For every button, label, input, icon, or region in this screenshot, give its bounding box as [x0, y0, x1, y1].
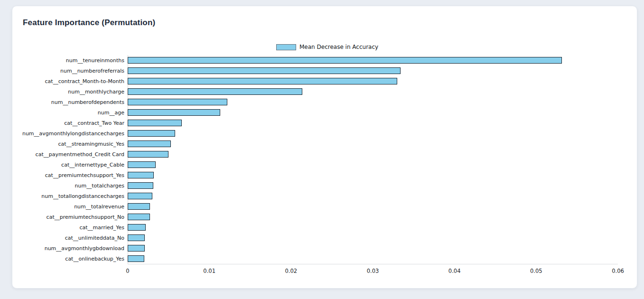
legend: Mean Decrease in Accuracy — [276, 44, 378, 50]
importance-bar — [128, 255, 144, 262]
bar-row: num__age — [12, 107, 622, 118]
bar-zone — [128, 139, 617, 149]
bar-zone — [128, 191, 617, 201]
y-tick-label: num__numberofreferrals — [12, 68, 128, 74]
bar-row: cat__streamingmusic_Yes — [12, 139, 622, 149]
y-tick-label: cat__contract_Month-to-Month — [12, 78, 128, 84]
importance-bar — [128, 67, 401, 74]
y-tick-label: cat__streamingmusic_Yes — [12, 141, 128, 147]
importance-bar — [128, 120, 182, 126]
importance-bar — [128, 78, 397, 84]
bar-zone — [128, 222, 617, 233]
bar-row: cat__unlimiteddata_No — [12, 233, 622, 243]
importance-bar — [128, 88, 302, 95]
x-tick-label: 0.04 — [448, 268, 461, 274]
bar-row: cat__internettype_Cable — [12, 159, 622, 170]
y-tick-label: cat__contract_Two Year — [12, 120, 128, 126]
bar-row: num__avgmonthlylongdistancecharges — [12, 128, 622, 139]
y-tick-label: cat__premiumtechsupport_Yes — [12, 172, 128, 178]
y-tick-label: cat__premiumtechsupport_No — [12, 214, 128, 220]
y-tick-label: cat__unlimiteddata_No — [12, 235, 128, 241]
y-tick-label: num__totalcharges — [12, 183, 128, 189]
y-tick-label: cat__married_Yes — [12, 224, 128, 231]
bar-row: num__numberofreferrals — [12, 65, 622, 76]
bar-zone — [128, 212, 617, 222]
y-tick-label: num__totallongdistancecharges — [12, 193, 128, 199]
bar-zone — [128, 243, 617, 253]
bar-row: cat__premiumtechsupport_Yes — [12, 170, 622, 180]
x-tick-label: 0.02 — [285, 268, 298, 274]
x-axis-line — [128, 264, 618, 264]
importance-bar — [128, 57, 562, 64]
bar-row: num__tenureinmonths — [12, 55, 622, 65]
bar-zone — [128, 97, 617, 107]
plot-rows: num__tenureinmonthsnum__numberofreferral… — [12, 55, 622, 264]
bar-zone — [128, 55, 617, 65]
bar-zone — [128, 149, 617, 159]
bar-zone — [128, 107, 617, 118]
importance-bar — [128, 203, 150, 210]
bar-zone — [128, 86, 617, 97]
bar-zone — [128, 128, 617, 139]
y-tick-label: cat__paymentmethod_Credit Card — [12, 151, 128, 158]
y-tick-label: num__tenureinmonths — [12, 57, 128, 64]
bar-zone — [128, 253, 617, 264]
importance-bar — [128, 151, 168, 158]
y-tick-label: num__age — [12, 110, 128, 116]
bar-row: cat__onlinebackup_Yes — [12, 253, 622, 264]
bar-zone — [128, 76, 617, 86]
y-tick-label: cat__internettype_Cable — [12, 162, 128, 168]
bar-zone — [128, 233, 617, 243]
importance-bar — [128, 182, 153, 189]
bar-row: num__avgmonthlygbdownload — [12, 243, 622, 253]
legend-label: Mean Decrease in Accuracy — [299, 44, 378, 50]
bar-row: cat__premiumtechsupport_No — [12, 212, 622, 222]
bar-row: cat__married_Yes — [12, 222, 622, 233]
importance-bar — [128, 234, 145, 241]
chart-title: Feature Importance (Permutation) — [23, 18, 155, 28]
importance-bar — [128, 224, 146, 231]
importance-bar — [128, 99, 227, 105]
x-tick-label: 0 — [126, 268, 129, 274]
legend-swatch — [276, 44, 296, 50]
bar-row: num__totalrevenue — [12, 201, 622, 212]
x-tick-label: 0.01 — [203, 268, 215, 274]
bar-row: num__totallongdistancecharges — [12, 191, 622, 201]
importance-bar — [128, 109, 220, 116]
bar-zone — [128, 65, 617, 76]
y-tick-label: num__avgmonthlygbdownload — [12, 245, 128, 252]
bar-zone — [128, 201, 617, 212]
bar-row: cat__paymentmethod_Credit Card — [12, 149, 622, 159]
y-tick-label: num__totalrevenue — [12, 204, 128, 210]
x-tick-label: 0.06 — [612, 268, 624, 274]
importance-bar — [128, 130, 175, 137]
bar-row: num__numberofdependents — [12, 97, 622, 107]
y-tick-label: num__avgmonthlylongdistancecharges — [12, 131, 128, 137]
x-axis-ticks: 00.010.020.030.040.050.06 — [128, 268, 618, 275]
bar-row: num__monthlycharge — [12, 86, 622, 97]
y-tick-label: num__monthlycharge — [12, 89, 128, 95]
bar-zone — [128, 159, 617, 170]
x-tick-label: 0.05 — [530, 268, 542, 274]
bar-row: num__totalcharges — [12, 180, 622, 191]
importance-bar — [128, 140, 171, 147]
bar-row: cat__contract_Two Year — [12, 118, 622, 128]
y-tick-label: cat__onlinebackup_Yes — [12, 256, 128, 262]
importance-bar — [128, 245, 145, 252]
y-tick-label: num__numberofdependents — [12, 99, 128, 105]
bar-zone — [128, 180, 617, 191]
x-tick-label: 0.03 — [367, 268, 379, 274]
importance-bar — [128, 193, 152, 199]
bar-row: cat__contract_Month-to-Month — [12, 76, 622, 86]
bar-zone — [128, 170, 617, 180]
importance-bar — [128, 172, 154, 178]
importance-bar — [128, 214, 150, 220]
importance-bar — [128, 161, 156, 168]
feature-importance-card: Feature Importance (Permutation) Mean De… — [12, 6, 637, 289]
bar-zone — [128, 118, 617, 128]
